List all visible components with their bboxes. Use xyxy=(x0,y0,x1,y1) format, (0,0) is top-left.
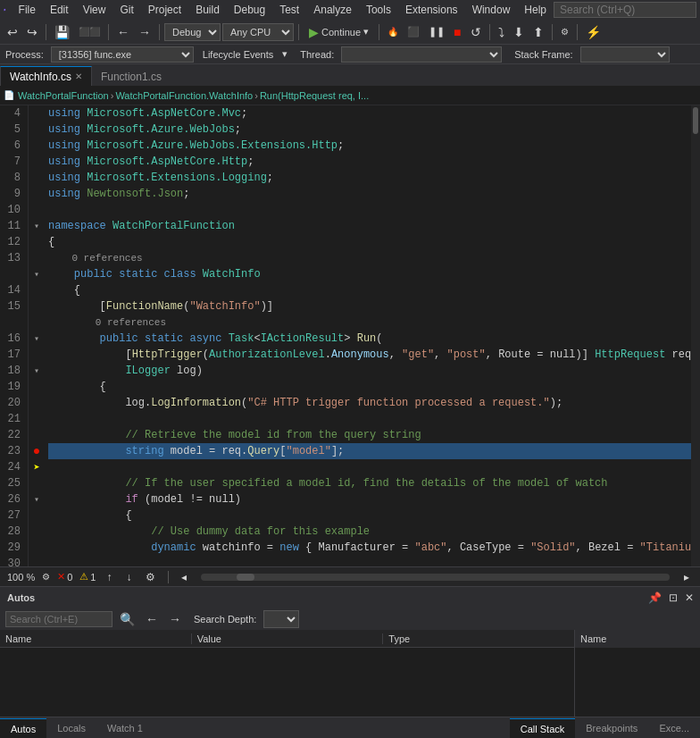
code-token: [ xyxy=(48,298,106,314)
callstack-body[interactable] xyxy=(575,648,700,717)
undo-button[interactable]: ↩ xyxy=(4,22,21,42)
code-editor[interactable]: 4567891011121314151617181920212223242526… xyxy=(0,105,700,566)
watch-search-button[interactable]: 🔍 xyxy=(116,611,138,627)
scroll-right-button[interactable]: ▸ xyxy=(680,569,693,585)
code-token: if xyxy=(125,491,145,507)
gutter-cell xyxy=(29,202,45,218)
breakpoint-icon[interactable]: ● xyxy=(33,444,40,458)
gutter-cell: ● xyxy=(29,443,45,459)
thread-dropdown[interactable] xyxy=(341,46,502,63)
tab-watchinfo[interactable]: WatchInfo.cs ✕ xyxy=(0,66,92,86)
nav-prev-button[interactable]: ← xyxy=(142,609,162,629)
line-number: 22 xyxy=(4,427,21,443)
scroll-down-button[interactable]: ↓ xyxy=(122,569,135,585)
gutter-cell xyxy=(29,282,45,298)
menu-file[interactable]: File xyxy=(12,2,43,18)
back-button[interactable]: ← xyxy=(113,22,133,42)
toolbar-btn-1[interactable]: ⬛ xyxy=(404,22,423,42)
menu-project[interactable]: Project xyxy=(141,2,188,18)
toolbar-separator-4 xyxy=(298,24,299,40)
line-number: 29 xyxy=(4,540,21,556)
warning-count-group: ⚠ 1 xyxy=(79,571,96,583)
nav-next-button[interactable]: → xyxy=(165,609,185,629)
cpu-dropdown[interactable]: Any CPU xyxy=(222,23,294,41)
code-content[interactable]: using Microsoft.AspNetCore.Mvc;using Mic… xyxy=(45,105,691,566)
attach-button[interactable]: 🔥 xyxy=(384,22,402,42)
code-token: "post" xyxy=(447,347,486,363)
collapse-icon[interactable]: ▾ xyxy=(34,269,39,280)
menu-git[interactable]: Git xyxy=(112,2,140,18)
redo-button[interactable]: ↪ xyxy=(23,22,41,42)
menu-test[interactable]: Test xyxy=(272,2,306,18)
step-out-button[interactable]: ⬆ xyxy=(529,22,547,42)
close-panel-button[interactable]: ✕ xyxy=(682,591,696,605)
code-token: )] xyxy=(261,298,273,314)
menu-analyze[interactable]: Analyze xyxy=(306,2,359,18)
tab-watchinfo-close[interactable]: ✕ xyxy=(75,71,82,81)
stop-button[interactable]: ■ xyxy=(450,22,464,42)
save-button[interactable]: 💾 xyxy=(51,22,73,42)
continue-button[interactable]: ▶ Continue ▾ xyxy=(304,23,374,41)
tab-callstack[interactable]: Call Stack xyxy=(510,718,576,738)
collapse-icon[interactable]: ▾ xyxy=(34,494,39,505)
code-line: if (model != null) xyxy=(48,491,691,507)
menu-extensions[interactable]: Extensions xyxy=(398,2,465,18)
scroll-left-button[interactable]: ◂ xyxy=(178,569,190,585)
tab-breakpoints[interactable]: Breakpoints xyxy=(575,718,648,738)
vertical-scrollbar[interactable] xyxy=(691,105,700,566)
tab-autos[interactable]: Autos xyxy=(0,718,46,738)
code-line: public static class WatchInfo xyxy=(48,266,691,282)
tab-watch1[interactable]: Watch 1 xyxy=(96,718,154,738)
code-token: Run xyxy=(357,331,377,347)
zoom-level[interactable]: 100 % xyxy=(7,572,35,583)
search-depth-dropdown[interactable] xyxy=(263,610,299,628)
process-dropdown[interactable]: [31356] func.exe xyxy=(51,46,194,63)
restart-button[interactable]: ↺ xyxy=(467,22,485,42)
collapse-icon[interactable]: ▾ xyxy=(34,365,39,376)
code-line: using Microsoft.Azure.WebJobs; xyxy=(48,122,691,138)
code-line: // If the user specified a model id, fin… xyxy=(48,475,691,491)
watch-body[interactable] xyxy=(0,648,574,717)
toolbar-misc-1[interactable]: ⚡ xyxy=(582,22,604,42)
step-into-button[interactable]: ⬇ xyxy=(510,22,528,42)
breadcrumb-method[interactable]: Run(HttpRequest req, I... xyxy=(258,90,371,101)
scroll-up-button[interactable]: ↑ xyxy=(103,569,115,585)
collapse-icon[interactable]: ▾ xyxy=(34,333,39,344)
menu-search-input[interactable] xyxy=(554,2,696,18)
configuration-dropdown[interactable]: Debug xyxy=(164,23,221,41)
menu-edit[interactable]: Edit xyxy=(43,2,76,18)
code-line: { xyxy=(48,379,691,395)
horizontal-scrollbar[interactable] xyxy=(201,574,670,581)
transform-button[interactable]: ⚙ xyxy=(142,569,159,585)
code-token: "C# HTTP trigger function processed a re… xyxy=(247,395,549,411)
menu-window[interactable]: Window xyxy=(465,2,518,18)
scroll-thumb[interactable] xyxy=(693,107,698,134)
float-button[interactable]: ⊡ xyxy=(666,591,680,605)
breakpoints-button[interactable]: ⚙ xyxy=(557,22,572,42)
menu-tools[interactable]: Tools xyxy=(359,2,398,18)
collapse-icon[interactable]: ▾ xyxy=(34,221,39,231)
pin-button[interactable]: 📌 xyxy=(646,591,664,605)
h-scroll-thumb[interactable] xyxy=(237,574,254,581)
breadcrumb-class[interactable]: WatchPortalFunction.WatchInfo xyxy=(113,90,254,101)
forward-button[interactable]: → xyxy=(135,22,154,42)
menu-view[interactable]: View xyxy=(76,2,113,18)
menu-bar: File Edit View Git Project Build Debug T… xyxy=(0,0,700,20)
breadcrumb-namespace[interactable]: WatchPortalFunction xyxy=(16,90,111,101)
menu-build[interactable]: Build xyxy=(188,2,227,18)
line-number xyxy=(4,266,21,282)
tab-exception[interactable]: Exce... xyxy=(648,718,700,738)
step-over-button[interactable]: ⤵ xyxy=(495,22,508,42)
code-line: using Microsoft.AspNetCore.Http; xyxy=(48,154,691,170)
toolbar-btn-2[interactable]: ❚❚ xyxy=(425,22,448,42)
gutter-cell xyxy=(29,105,45,122)
tab-locals[interactable]: Locals xyxy=(46,718,96,738)
tab-function1[interactable]: Function1.cs xyxy=(92,66,171,86)
menu-help[interactable]: Help xyxy=(517,2,554,18)
watch-search-input[interactable] xyxy=(5,611,112,627)
gutter-cell xyxy=(29,556,45,566)
menu-debug[interactable]: Debug xyxy=(227,2,272,18)
save-all-button[interactable]: ⬛⬛ xyxy=(75,22,104,42)
code-line: dynamic watchinfo = new { Manufacturer =… xyxy=(48,540,691,556)
stack-frame-dropdown[interactable] xyxy=(580,46,670,63)
